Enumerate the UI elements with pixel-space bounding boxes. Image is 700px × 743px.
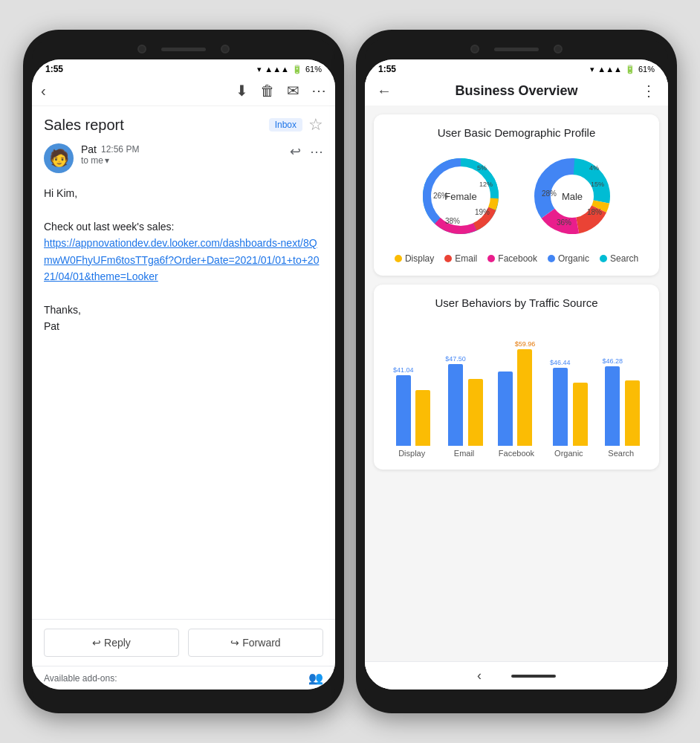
back-button[interactable]: ‹ <box>41 82 46 100</box>
display-orange-bar <box>415 390 430 446</box>
avatar-emoji: 🧑 <box>49 149 69 168</box>
forward-button[interactable]: ↪ Forward <box>188 629 323 657</box>
display-blue-val: $41.04 <box>393 366 414 374</box>
greeting: Hi Kim, <box>44 185 323 201</box>
business-phone: 1:55 ▾ ▲▲▲ 🔋 61% ← Business Overview ⋮ <box>356 30 677 713</box>
reply-button[interactable]: ↩ Reply <box>44 629 179 657</box>
battery-icon: 🔋 <box>292 65 302 74</box>
more-email-icon[interactable]: ⋯ <box>310 143 323 160</box>
sensor-right <box>554 45 563 53</box>
time-right: 1:55 <box>378 64 396 74</box>
bar-organic: $46.44 $0 Organic <box>550 359 588 458</box>
email-link[interactable]: https://appnovationdev.dev.looker.com/da… <box>44 237 319 282</box>
gmail-toolbar: ‹ ⬇ 🗑 ✉ ⋯ <box>32 76 335 106</box>
facebook-blue-bar <box>498 372 513 446</box>
email-to[interactable]: to me ▾ <box>81 155 282 166</box>
sender-avatar: 🧑 <box>44 143 74 173</box>
facebook-label: Facebook <box>498 253 537 264</box>
front-camera-right <box>470 45 479 53</box>
mail-button[interactable]: ✉ <box>287 82 299 100</box>
signature: Pat <box>44 318 323 334</box>
more-button[interactable]: ⋯ <box>311 82 326 100</box>
bar-display: $41.04 $0 Display <box>393 366 431 458</box>
phones-container: 1:55 ▾ ▲▲▲ 🔋 61% ‹ ⬇ 🗑 ✉ ⋯ <box>23 30 677 713</box>
biz-scroll[interactable]: User Basic Demographic Profile <box>365 106 668 661</box>
biz-title: Business Overview <box>392 83 641 99</box>
star-icon[interactable]: ☆ <box>308 115 323 134</box>
svg-text:28%: 28% <box>542 189 557 198</box>
svg-text:38%: 38% <box>445 217 460 225</box>
business-screen: 1:55 ▾ ▲▲▲ 🔋 61% ← Business Overview ⋮ <box>365 59 668 690</box>
add-ons-bar: Available add-ons: 👥 <box>32 666 335 690</box>
legend-organic: Organic <box>548 253 589 264</box>
sensor-icon <box>221 45 230 53</box>
svg-text:19%: 19% <box>475 208 490 216</box>
display-blue-bar <box>396 375 411 446</box>
legend-search: Search <box>600 253 638 264</box>
gmail-screen: 1:55 ▾ ▲▲▲ 🔋 61% ‹ ⬇ 🗑 ✉ ⋯ <box>32 59 335 690</box>
inbox-badge: Inbox <box>269 118 302 132</box>
biz-nav-bar: ‹ <box>365 661 668 690</box>
status-icons: ▾ ▲▲▲ 🔋 61% <box>257 65 322 74</box>
front-camera-icon <box>137 45 146 53</box>
battery-pct-right: 61% <box>638 65 655 74</box>
email-header: 🧑 Pat 12:56 PM to me ▾ ↩ <box>32 137 335 179</box>
organic-dot <box>548 255 555 262</box>
svg-text:36%: 36% <box>557 218 571 227</box>
email-dot <box>444 255 452 262</box>
search-blue-bar <box>605 366 620 446</box>
chevron-down-icon: ▾ <box>105 155 109 166</box>
search-x-label: Search <box>608 449 634 458</box>
organic-x-label: Organic <box>554 449 583 458</box>
wifi-icon: ▾ <box>257 65 262 74</box>
female-label: Female <box>444 191 476 202</box>
bar-email: $47.50 $0 Email <box>445 355 483 458</box>
facebook-orange-val: $59.96 <box>515 340 536 348</box>
back-nav-icon[interactable]: ‹ <box>477 668 482 684</box>
people-icon: 👥 <box>308 671 323 685</box>
reply-icon[interactable]: ↩ <box>290 143 301 160</box>
email-actions: ↩ ⋯ <box>290 143 323 160</box>
bar-search: $46.28 $0 Search <box>602 357 640 458</box>
gmail-content: ‹ ⬇ 🗑 ✉ ⋯ Sales report Inbox ☆ 🧑 <box>32 76 335 690</box>
sender-name: Pat <box>81 143 97 155</box>
svg-text:18%: 18% <box>587 208 602 216</box>
email-subject-row: Sales report Inbox ☆ <box>32 106 335 137</box>
demographic-card: User Basic Demographic Profile <box>374 114 659 276</box>
email-blue-bar <box>448 364 463 446</box>
biz-back-button[interactable]: ← <box>377 82 392 100</box>
organic-label: Organic <box>558 253 589 264</box>
organic-blue-bar <box>553 368 568 446</box>
male-donut: 28% 4% 15% 18% 36% Male <box>524 148 620 244</box>
signal-icon: ▲▲▲ <box>265 65 289 74</box>
svg-text:12%: 12% <box>479 181 493 188</box>
organic-orange-bar <box>573 383 588 446</box>
search-blue-val: $46.28 <box>602 357 623 365</box>
legend-display: Display <box>395 253 434 264</box>
facebook-orange-bar <box>517 349 532 446</box>
from-row: Pat 12:56 PM <box>81 143 282 155</box>
biz-more-button[interactable]: ⋮ <box>641 82 656 100</box>
body-text: Check out last week's sales: <box>44 218 323 235</box>
biz-content: ← Business Overview ⋮ User Basic Demogra… <box>365 76 668 690</box>
legend-email: Email <box>444 253 477 264</box>
email-label: Email <box>455 253 477 264</box>
biz-toolbar: ← Business Overview ⋮ <box>365 76 668 106</box>
wifi-icon-right: ▾ <box>590 65 594 74</box>
status-bar: 1:55 ▾ ▲▲▲ 🔋 61% <box>32 59 335 76</box>
download-button[interactable]: ⬇ <box>236 82 248 100</box>
display-dot <box>395 255 402 262</box>
email-x-label: Email <box>454 449 475 458</box>
email-subject: Sales report <box>44 117 263 134</box>
phone-bottom-bezel-right <box>365 690 668 704</box>
email-time: 12:56 PM <box>101 144 139 155</box>
facebook-dot <box>487 255 495 262</box>
delete-button[interactable]: 🗑 <box>260 82 275 100</box>
home-indicator <box>511 675 556 678</box>
time: 1:55 <box>45 64 63 74</box>
bar-chart: $41.04 $0 Display <box>386 318 647 458</box>
svg-text:5%: 5% <box>477 164 487 172</box>
add-ons-text: Available add-ons: <box>44 673 117 684</box>
email-meta: Pat 12:56 PM to me ▾ <box>81 143 282 166</box>
email-body: Hi Kim, Check out last week's sales: htt… <box>32 179 335 619</box>
